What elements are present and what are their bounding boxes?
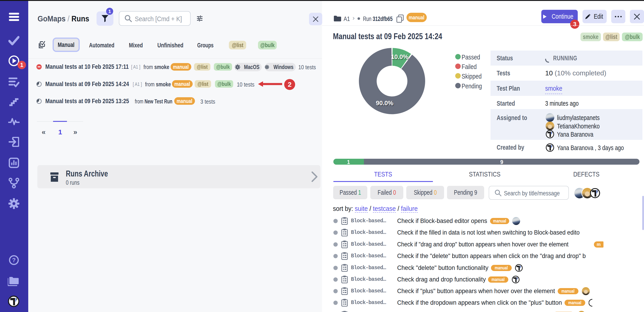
svg-text:?: ?	[12, 257, 16, 264]
svg-text:90.0%: 90.0%	[376, 100, 394, 106]
svg-text:10.0%: 10.0%	[391, 54, 408, 60]
